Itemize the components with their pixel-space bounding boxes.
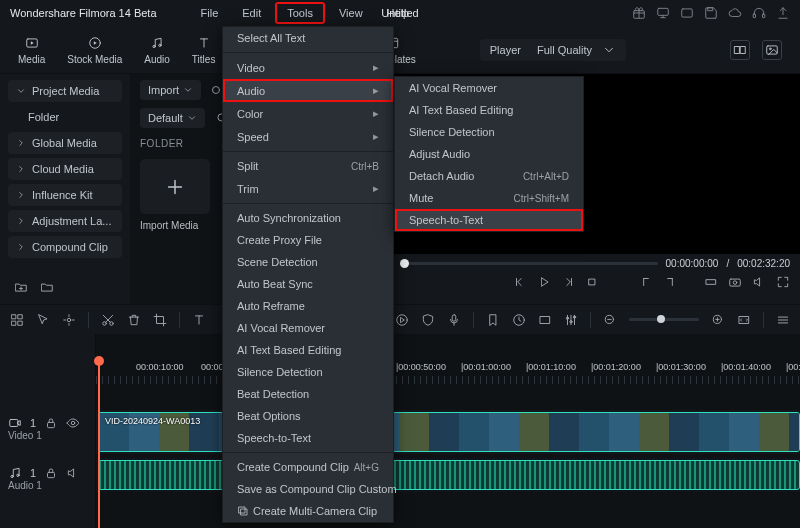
fullscreen-icon[interactable] bbox=[776, 275, 790, 289]
mi-reframe[interactable]: Auto Reframe bbox=[223, 295, 393, 317]
mic-icon[interactable] bbox=[447, 313, 461, 327]
mi-audio[interactable]: Audio▸ bbox=[223, 79, 393, 102]
mi-scene[interactable]: Scene Detection bbox=[223, 251, 393, 273]
new-folder-icon[interactable] bbox=[14, 280, 28, 294]
cloud-icon[interactable] bbox=[728, 6, 742, 20]
audio-track[interactable] bbox=[96, 458, 800, 492]
tab-audio[interactable]: Audio bbox=[144, 34, 170, 65]
mi-detach-audio[interactable]: Detach AudioCtrl+Alt+D bbox=[395, 165, 583, 187]
eye-icon[interactable] bbox=[66, 416, 80, 430]
lock-icon[interactable] bbox=[44, 416, 58, 430]
menu-file[interactable]: File bbox=[191, 4, 229, 22]
import-media-tile[interactable] bbox=[140, 159, 210, 214]
stop-icon[interactable] bbox=[585, 275, 599, 289]
ratio-icon[interactable] bbox=[538, 313, 552, 327]
zoom-in-icon[interactable] bbox=[711, 313, 725, 327]
sidebar-item-folder[interactable]: Folder bbox=[8, 106, 122, 128]
sort-default[interactable]: Default bbox=[140, 108, 205, 128]
preview-scrubber[interactable] bbox=[400, 262, 658, 265]
delete-icon[interactable] bbox=[127, 313, 141, 327]
mi-color[interactable]: Color▸ bbox=[223, 102, 393, 125]
list-icon[interactable] bbox=[776, 313, 790, 327]
monitor-icon[interactable] bbox=[656, 6, 670, 20]
save-icon[interactable] bbox=[704, 6, 718, 20]
video-track-header[interactable]: 1 Video 1 bbox=[0, 412, 95, 445]
compare-icon[interactable] bbox=[730, 40, 750, 60]
mute-icon[interactable] bbox=[66, 466, 80, 480]
sidebar-item-compound-clip[interactable]: Compound Clip bbox=[8, 236, 122, 258]
menu-edit[interactable]: Edit bbox=[232, 4, 271, 22]
snap-icon[interactable] bbox=[704, 275, 718, 289]
mi-beat-detection[interactable]: Beat Detection bbox=[223, 383, 393, 405]
sidebar-item-project-media[interactable]: Project Media bbox=[8, 80, 122, 102]
mi-split[interactable]: SplitCtrl+B bbox=[223, 155, 393, 177]
sidebar-item-influence-kit[interactable]: Influence Kit bbox=[8, 184, 122, 206]
gift-icon[interactable] bbox=[632, 6, 646, 20]
import-button[interactable]: Import bbox=[140, 80, 201, 100]
mi-proxy[interactable]: Create Proxy File bbox=[223, 229, 393, 251]
zoom-fit-icon[interactable] bbox=[737, 313, 751, 327]
mark-in-icon[interactable] bbox=[639, 275, 653, 289]
mark-out-icon[interactable] bbox=[663, 275, 677, 289]
sidebar-item-cloud-media[interactable]: Cloud Media bbox=[8, 158, 122, 180]
mi-text-based-editing[interactable]: AI Text Based Editing bbox=[223, 339, 393, 361]
tab-titles[interactable]: Titles bbox=[192, 34, 216, 65]
mi-mute[interactable]: MuteCtrl+Shift+M bbox=[395, 187, 583, 209]
play-icon[interactable] bbox=[537, 275, 551, 289]
volume-icon[interactable] bbox=[752, 275, 766, 289]
mi-speed[interactable]: Speed▸ bbox=[223, 125, 393, 148]
tab-media[interactable]: Media bbox=[18, 34, 45, 65]
mi-multicam[interactable]: Create Multi-Camera Clip bbox=[223, 500, 393, 522]
mi-ai-vocal-remover[interactable]: AI Vocal Remover bbox=[395, 77, 583, 99]
mi-trim[interactable]: Trim▸ bbox=[223, 177, 393, 200]
sidebar-item-adjustment-layer[interactable]: Adjustment La... bbox=[8, 210, 122, 232]
mi-silence-detection-sub[interactable]: Silence Detection bbox=[395, 121, 583, 143]
mi-select-all-text[interactable]: Select All Text bbox=[223, 27, 393, 49]
undo-icon[interactable] bbox=[10, 313, 24, 327]
mi-vocal-remover[interactable]: AI Vocal Remover bbox=[223, 317, 393, 339]
mi-speech-to-text-sub[interactable]: Speech-to-Text bbox=[395, 209, 583, 231]
folder-icon[interactable] bbox=[40, 280, 54, 294]
camera-icon[interactable] bbox=[728, 275, 742, 289]
mi-compound-custom[interactable]: Save as Compound Clip Custom bbox=[223, 478, 393, 500]
mi-speech-to-text[interactable]: Speech-to-Text bbox=[223, 427, 393, 449]
headphone-icon[interactable] bbox=[752, 6, 766, 20]
marker-icon[interactable] bbox=[486, 313, 500, 327]
speed-icon[interactable] bbox=[512, 313, 526, 327]
menu-tools[interactable]: Tools bbox=[275, 2, 325, 24]
mi-adjust-audio[interactable]: Adjust Audio bbox=[395, 143, 583, 165]
zoom-out-icon[interactable] bbox=[603, 313, 617, 327]
video-track[interactable]: VID-20240924-WA0013 bbox=[96, 410, 800, 454]
mi-beat-sync[interactable]: Auto Beat Sync bbox=[223, 273, 393, 295]
audio-clip[interactable] bbox=[98, 460, 800, 490]
mi-video[interactable]: Video▸ bbox=[223, 56, 393, 79]
timeline-ruler[interactable]: 00:00:10:00 00:00:20:00 00:00:30:00 |00:… bbox=[96, 362, 800, 386]
text-icon[interactable] bbox=[192, 313, 206, 327]
mixer-icon[interactable] bbox=[564, 313, 578, 327]
mi-silence-detection[interactable]: Silence Detection bbox=[223, 361, 393, 383]
player-quality-select[interactable]: Player Full Quality bbox=[480, 39, 626, 61]
zoom-slider[interactable] bbox=[629, 318, 699, 321]
prev-frame-icon[interactable] bbox=[513, 275, 527, 289]
screen-icon[interactable] bbox=[680, 6, 694, 20]
mi-auto-sync[interactable]: Auto Synchronization bbox=[223, 207, 393, 229]
play-tl-icon[interactable] bbox=[395, 313, 409, 327]
next-frame-icon[interactable] bbox=[561, 275, 575, 289]
shield-icon[interactable] bbox=[421, 313, 435, 327]
video-clip[interactable]: VID-20240924-WA0013 bbox=[98, 412, 800, 452]
pointer-icon[interactable] bbox=[36, 313, 50, 327]
image-icon[interactable] bbox=[762, 40, 782, 60]
tab-stock-media[interactable]: Stock Media bbox=[67, 34, 122, 65]
lock-icon[interactable] bbox=[44, 466, 58, 480]
playhead[interactable] bbox=[98, 362, 100, 528]
mi-ai-text-based-editing[interactable]: AI Text Based Editing bbox=[395, 99, 583, 121]
crop-icon[interactable] bbox=[153, 313, 167, 327]
export-icon[interactable] bbox=[776, 6, 790, 20]
audio-track-header[interactable]: 1 Audio 1 bbox=[0, 462, 95, 495]
menu-view[interactable]: View bbox=[329, 4, 373, 22]
sidebar-item-global-media[interactable]: Global Media bbox=[8, 132, 122, 154]
hand-icon[interactable] bbox=[62, 313, 76, 327]
cut-icon[interactable] bbox=[101, 313, 115, 327]
mi-beat-options[interactable]: Beat Options bbox=[223, 405, 393, 427]
mi-compound-clip[interactable]: Create Compound ClipAlt+G bbox=[223, 456, 393, 478]
